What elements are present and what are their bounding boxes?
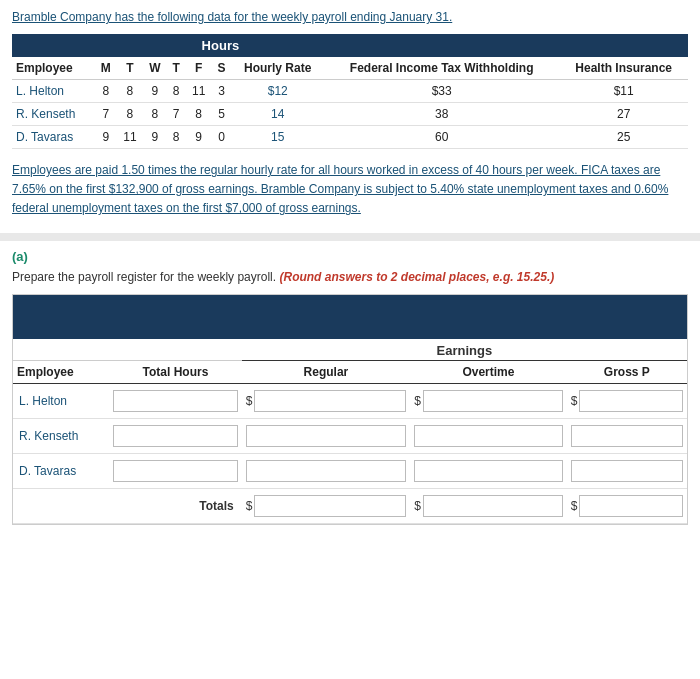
input-regular-rk[interactable] — [246, 425, 407, 447]
input-totals-gross[interactable] — [579, 495, 683, 517]
input-gross-rk[interactable] — [571, 425, 683, 447]
payroll-gross-lh: $ — [567, 383, 687, 418]
payroll-overtime-lh: $ — [410, 383, 566, 418]
dollar-totals-regular: $ — [246, 499, 253, 513]
col-employee-header: Employee — [12, 57, 95, 80]
dollar-totals-overtime: $ — [414, 499, 421, 513]
payroll-gross-dt[interactable] — [567, 453, 687, 488]
input-regular-lh[interactable] — [254, 390, 406, 412]
dollar-gross-lh: $ — [571, 394, 578, 408]
cell-lh-health: $11 — [559, 80, 688, 103]
hours-header: Hours — [117, 34, 324, 57]
cell-lh-s: 3 — [212, 80, 232, 103]
payroll-gross-rk[interactable] — [567, 418, 687, 453]
payroll-totals-regular: $ — [242, 488, 411, 523]
payroll-totals-gross: $ — [567, 488, 687, 523]
input-totals-overtime[interactable] — [423, 495, 563, 517]
cell-dt-s: 0 — [212, 126, 232, 149]
part-a-label: (a) — [12, 241, 688, 270]
note-text: Employees are paid 1.50 times the regula… — [12, 161, 688, 219]
input-totals-regular[interactable] — [254, 495, 406, 517]
payroll-overtime-rk[interactable] — [410, 418, 566, 453]
cell-rk-th: 7 — [167, 103, 186, 126]
input-gross-dt[interactable] — [571, 460, 683, 482]
col-fitw-header: Federal Income Tax Withholding — [324, 57, 559, 80]
payroll-col-overtime: Overtime — [410, 360, 566, 383]
payroll-overtime-dt[interactable] — [410, 453, 566, 488]
cell-lh-fitw: $33 — [324, 80, 559, 103]
cell-dt-m: 9 — [95, 126, 117, 149]
emp-name-3: D. Tavaras — [12, 126, 95, 149]
input-totalhours-rk[interactable] — [113, 425, 237, 447]
cell-rk-f: 8 — [186, 103, 212, 126]
payroll-emp-lh: L. Helton — [13, 383, 109, 418]
col-hourlyrate-header: Hourly Rate — [231, 57, 324, 80]
earnings-empty-2 — [109, 339, 241, 361]
input-gross-lh[interactable] — [579, 390, 683, 412]
payroll-emp-dt: D. Tavaras — [13, 453, 109, 488]
input-totalhours-lh[interactable] — [113, 390, 237, 412]
payroll-col-employee: Employee — [13, 360, 109, 383]
payroll-table: Earnings Employee Total Hours Regular Ov… — [13, 339, 687, 524]
payroll-row-rk: R. Kenseth — [13, 418, 687, 453]
cell-dt-w: 9 — [143, 126, 167, 149]
col-f-header: F — [186, 57, 212, 80]
instruction-plain: Prepare the payroll register for the wee… — [12, 270, 276, 284]
payroll-emp-rk: R. Kenseth — [13, 418, 109, 453]
payroll-row-dt: D. Tavaras — [13, 453, 687, 488]
cell-lh-f: 11 — [186, 80, 212, 103]
table-row: D. Tavaras 9 11 9 8 9 0 15 60 25 — [12, 126, 688, 149]
payroll-col-header-row: Employee Total Hours Regular Overtime Gr… — [13, 360, 687, 383]
payroll-totalhours-rk[interactable] — [109, 418, 241, 453]
payroll-totalhours-dt[interactable] — [109, 453, 241, 488]
cell-dt-t: 11 — [117, 126, 143, 149]
cell-lh-th: 8 — [167, 80, 186, 103]
cell-rk-rate: 14 — [231, 103, 324, 126]
separator — [0, 233, 700, 241]
cell-rk-t: 8 — [117, 103, 143, 126]
cell-rk-s: 5 — [212, 103, 232, 126]
earnings-empty-1 — [13, 339, 109, 361]
table-row: R. Kenseth 7 8 8 7 8 5 14 38 27 — [12, 103, 688, 126]
input-overtime-dt[interactable] — [414, 460, 562, 482]
input-totalhours-dt[interactable] — [113, 460, 237, 482]
payroll-dark-header — [13, 295, 687, 339]
payroll-col-regular: Regular — [242, 360, 411, 383]
instruction-red: (Round answers to 2 decimal places, e.g.… — [279, 270, 554, 284]
earnings-header-row: Earnings — [13, 339, 687, 361]
data-table: Hours Employee M T W T F S Hourly Rate F… — [12, 34, 688, 149]
payroll-row-lh: L. Helton $ $ — [13, 383, 687, 418]
payroll-register: Earnings Employee Total Hours Regular Ov… — [12, 294, 688, 525]
payroll-regular-lh: $ — [242, 383, 411, 418]
col-s-header: S — [212, 57, 232, 80]
col-t1-header: T — [117, 57, 143, 80]
payroll-totals-row: Totals $ $ — [13, 488, 687, 523]
input-overtime-lh[interactable] — [423, 390, 563, 412]
payroll-totals-label: Totals — [13, 488, 242, 523]
instruction-text: Prepare the payroll register for the wee… — [12, 270, 688, 284]
emp-name-2: R. Kenseth — [12, 103, 95, 126]
cell-lh-w: 9 — [143, 80, 167, 103]
dollar-totals-gross: $ — [571, 499, 578, 513]
cell-dt-th: 8 — [167, 126, 186, 149]
cell-dt-fitw: 60 — [324, 126, 559, 149]
cell-rk-fitw: 38 — [324, 103, 559, 126]
col-health-header: Health Insurance — [559, 57, 688, 80]
payroll-regular-rk[interactable] — [242, 418, 411, 453]
cell-dt-rate: 15 — [231, 126, 324, 149]
payroll-totalhours-lh[interactable] — [109, 383, 241, 418]
emp-name-1: L. Helton — [12, 80, 95, 103]
cell-lh-t: 8 — [117, 80, 143, 103]
input-regular-dt[interactable] — [246, 460, 407, 482]
col-m-header: M — [95, 57, 117, 80]
page: Bramble Company has the following data f… — [0, 0, 700, 679]
payroll-totals-overtime: $ — [410, 488, 566, 523]
payroll-regular-dt[interactable] — [242, 453, 411, 488]
cell-dt-health: 25 — [559, 126, 688, 149]
cell-rk-w: 8 — [143, 103, 167, 126]
dollar-overtime-lh: $ — [414, 394, 421, 408]
cell-lh-rate: $12 — [231, 80, 324, 103]
input-overtime-rk[interactable] — [414, 425, 562, 447]
cell-rk-m: 7 — [95, 103, 117, 126]
col-w-header: W — [143, 57, 167, 80]
